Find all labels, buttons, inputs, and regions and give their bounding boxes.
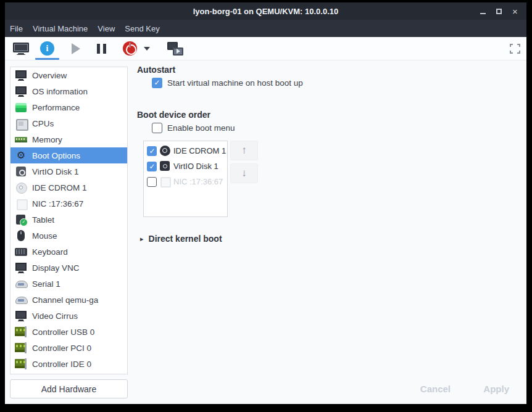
- hardware-list-item[interactable]: Tablet: [10, 212, 127, 228]
- move-up-button[interactable]: ↑: [230, 141, 258, 160]
- minimize-button[interactable]: [478, 6, 488, 17]
- show-details-button[interactable]: i: [40, 37, 54, 60]
- hardware-item-label: Serial 1: [32, 279, 60, 289]
- hardware-list-item[interactable]: Keyboard: [10, 244, 127, 260]
- shutdown-icon: [123, 41, 137, 56]
- autostart-heading: Autostart: [137, 65, 175, 75]
- minimize-icon: [480, 13, 486, 14]
- show-graphical-console-button[interactable]: [13, 37, 29, 60]
- hardware-list-item[interactable]: Video Cirrus: [10, 308, 127, 324]
- boot-device-row[interactable]: NIC :17:36:67: [144, 174, 227, 189]
- boot-device-label: IDE CDROM 1: [173, 146, 226, 155]
- serial-icon: [14, 277, 28, 290]
- boot-device-row[interactable]: VirtIO Disk 1: [144, 159, 227, 174]
- maximize-icon: [496, 9, 502, 14]
- cancel-button[interactable]: Cancel: [420, 384, 451, 394]
- window-controls: ×: [478, 2, 520, 20]
- pcicard-icon: [14, 325, 28, 339]
- autostart-row: Start virtual machine on host boot up: [152, 78, 303, 88]
- close-button[interactable]: ×: [510, 6, 520, 17]
- boot-order-heading: Boot device order: [137, 110, 210, 120]
- disk-icon: [14, 165, 28, 178]
- hardware-item-label: VirtIO Disk 1: [32, 167, 79, 176]
- hardware-list-item[interactable]: OS information: [10, 83, 127, 99]
- hardware-list-item[interactable]: Controller IDE 0: [10, 356, 127, 372]
- keyboard-icon: [14, 245, 28, 258]
- shutdown-menu-button[interactable]: [144, 37, 150, 60]
- monitor-icon: [14, 84, 28, 98]
- boot-device-checkbox[interactable]: [147, 177, 157, 187]
- autostart-checkbox[interactable]: [152, 78, 162, 88]
- hardware-list-item[interactable]: Boot Options: [10, 147, 127, 163]
- pcicard-icon: [14, 373, 28, 374]
- pcicard-icon: [14, 357, 28, 371]
- vm-windows-button[interactable]: [167, 37, 183, 60]
- maximize-button[interactable]: [494, 6, 504, 17]
- enable-boot-menu-label: Enable boot menu: [167, 123, 235, 133]
- menubar: File Virtual Machine View Send Key: [5, 20, 526, 37]
- menu-item[interactable]: View: [93, 20, 120, 37]
- boot-device-label: VirtIO Disk 1: [173, 162, 218, 171]
- hardware-list-item[interactable]: CPUs: [10, 115, 127, 131]
- add-hardware-button[interactable]: Add Hardware: [10, 379, 128, 398]
- disk-dark-icon: [160, 161, 170, 171]
- window-title: lyon-borg-01 on QEMU/KVM: 10.0.0.10: [5, 7, 526, 16]
- boot-device-checkbox[interactable]: [147, 146, 157, 156]
- boot-device-list: IDE CDROM 1 VirtIO Disk 1 NIC :17:36:67: [143, 141, 228, 217]
- run-button[interactable]: [72, 37, 80, 60]
- hardware-list-item[interactable]: Controller USB 0: [10, 324, 127, 340]
- monitor-icon: [14, 309, 28, 323]
- pcicard-icon: [14, 341, 28, 355]
- hardware-item-label: Display VNC: [32, 263, 80, 273]
- menu-item[interactable]: Send Key: [120, 20, 164, 37]
- hardware-list-item[interactable]: Serial 1: [10, 276, 127, 292]
- tablet-icon: [14, 213, 28, 226]
- close-icon: ×: [512, 7, 518, 16]
- enable-boot-menu-checkbox[interactable]: [152, 123, 162, 133]
- hardware-list-item[interactable]: Mouse: [10, 228, 127, 244]
- pause-icon: [97, 44, 106, 54]
- ram-icon: [14, 133, 28, 146]
- chart-icon: [14, 101, 28, 114]
- vm-details-window: lyon-borg-01 on QEMU/KVM: 10.0.0.10 × Fi…: [5, 2, 526, 404]
- menu-item[interactable]: File: [5, 20, 28, 37]
- hardware-list-item[interactable]: Memory: [10, 131, 127, 147]
- hardware-item-label: Performance: [32, 103, 80, 112]
- direct-kernel-boot-expander[interactable]: ▸ Direct kernel boot: [140, 234, 222, 244]
- hardware-item-label: Tablet: [32, 215, 54, 225]
- hardware-list-item[interactable]: IDE CDROM 1: [10, 179, 127, 196]
- hardware-item-label: Memory: [32, 135, 62, 144]
- fullscreen-button[interactable]: [510, 44, 520, 54]
- hardware-list-item[interactable]: Channel qemu-ga: [10, 292, 127, 308]
- shutdown-button[interactable]: [123, 37, 137, 60]
- titlebar[interactable]: lyon-borg-01 on QEMU/KVM: 10.0.0.10 ×: [5, 2, 526, 20]
- content-area: Overview OS information Performance CPUs: [5, 60, 526, 404]
- hardware-list-item[interactable]: Overview: [10, 67, 127, 83]
- hardware-item-label: Controller USB 0: [32, 328, 94, 337]
- pause-button[interactable]: [97, 37, 106, 60]
- hardware-list-item[interactable]: Performance: [10, 99, 127, 115]
- hardware-list-item[interactable]: NIC :17:36:67: [10, 196, 127, 212]
- vm-windows-icon: [167, 42, 183, 56]
- arrow-up-icon: ↑: [241, 144, 247, 157]
- boot-device-checkbox[interactable]: [147, 162, 157, 171]
- hardware-list-item[interactable]: [10, 372, 127, 374]
- boot-device-row[interactable]: IDE CDROM 1: [144, 143, 227, 159]
- hardware-list-item[interactable]: Display VNC: [10, 260, 127, 276]
- hardware-item-label: CPUs: [32, 119, 54, 128]
- move-down-button[interactable]: ↓: [230, 163, 258, 183]
- cdrom-dark-icon: [160, 146, 170, 156]
- boot-menu-row: Enable boot menu: [152, 123, 235, 133]
- apply-button[interactable]: Apply: [483, 384, 509, 394]
- menu-item[interactable]: Virtual Machine: [28, 20, 93, 37]
- hardware-item-label: Controller IDE 0: [32, 360, 91, 369]
- monitor-icon: [14, 68, 28, 82]
- hardware-list-item[interactable]: Controller PCI 0: [10, 340, 127, 356]
- hardware-list-item[interactable]: VirtIO Disk 1: [10, 163, 127, 179]
- boot-device-label: NIC :17:36:67: [173, 177, 223, 186]
- hardware-item-label: IDE CDROM 1: [32, 183, 87, 192]
- hardware-item-label: Controller PCI 0: [32, 344, 91, 353]
- hardware-item-label: Overview: [32, 71, 67, 80]
- details-info-icon: i: [40, 41, 54, 56]
- run-icon: [72, 43, 80, 54]
